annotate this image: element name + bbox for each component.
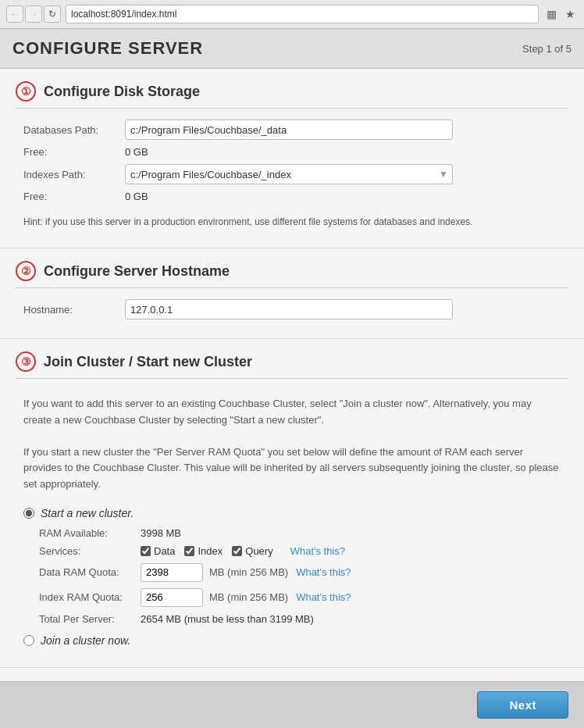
section-2-number: ② bbox=[16, 261, 36, 281]
index-ram-whats-this[interactable]: What's this? bbox=[296, 591, 351, 603]
data-ram-quota-input[interactable] bbox=[141, 563, 203, 582]
ram-available-value: 3998 MB bbox=[141, 527, 181, 539]
page-footer: Next bbox=[0, 681, 584, 728]
join-cluster-section: ③ Join Cluster / Start new Cluster If yo… bbox=[0, 339, 584, 668]
back-button[interactable]: ← bbox=[6, 5, 23, 23]
server-hostname-title: Configure Server Hostname bbox=[44, 263, 230, 280]
free-2-label: Free: bbox=[23, 191, 125, 202]
free-1-value: 0 GB bbox=[125, 146, 148, 158]
disk-storage-header: ① Configure Disk Storage bbox=[16, 81, 568, 109]
browser-nav[interactable]: ← → ↻ bbox=[6, 5, 61, 23]
data-ram-quota-label: Data RAM Quota: bbox=[39, 566, 141, 578]
index-ram-quota-label: Index RAM Quota: bbox=[39, 591, 141, 603]
hostname-row: Hostname: bbox=[16, 299, 568, 319]
services-label: Services: bbox=[39, 545, 141, 557]
index-service-item[interactable]: Index bbox=[184, 545, 223, 557]
indexes-path-wrapper: ▼ bbox=[125, 164, 453, 184]
total-per-server-value: 2654 MB (must be less than 3199 MB) bbox=[141, 613, 314, 625]
address-bar[interactable] bbox=[66, 5, 539, 23]
next-button[interactable]: Next bbox=[477, 691, 568, 719]
join-cluster-desc-1: If you want to add this server to an exi… bbox=[16, 390, 568, 435]
main-content: ① Configure Disk Storage Databases Path:… bbox=[0, 69, 584, 728]
free-2-row: Free: 0 GB bbox=[16, 191, 568, 202]
join-cluster-desc-2: If you start a new cluster the "Per Serv… bbox=[16, 438, 568, 499]
total-per-server-row: Total Per Server: 2654 MB (must be less … bbox=[39, 613, 568, 625]
data-ram-min-label: MB (min 256 MB) bbox=[209, 566, 288, 578]
page-header: CONFIGURE SERVER Step 1 of 5 bbox=[0, 29, 584, 69]
indexes-path-label: Indexes Path: bbox=[23, 169, 125, 180]
index-service-checkbox[interactable] bbox=[184, 546, 194, 556]
refresh-button[interactable]: ↻ bbox=[44, 5, 61, 23]
services-checkboxes: Data Index Query What's this? bbox=[141, 545, 345, 557]
start-new-cluster-radio[interactable] bbox=[23, 508, 34, 519]
server-hostname-section: ② Configure Server Hostname Hostname: bbox=[0, 248, 584, 339]
browser-icons: ▦ ★ bbox=[543, 6, 578, 22]
screenshot-icon[interactable]: ▦ bbox=[543, 6, 559, 22]
join-cluster-radio[interactable] bbox=[23, 635, 34, 646]
new-cluster-sub-form: RAM Available: 3998 MB Services: Data In… bbox=[16, 527, 568, 625]
free-1-row: Free: 0 GB bbox=[16, 146, 568, 158]
indexes-path-input[interactable] bbox=[125, 164, 453, 184]
data-service-label: Data bbox=[154, 545, 175, 557]
data-service-checkbox[interactable] bbox=[141, 546, 151, 556]
page-title: CONFIGURE SERVER bbox=[12, 38, 203, 59]
join-cluster-option[interactable]: Join a cluster now. bbox=[16, 634, 568, 647]
index-ram-quota-input[interactable] bbox=[141, 588, 203, 607]
indexes-path-row: Indexes Path: ▼ bbox=[16, 164, 568, 184]
forward-button[interactable]: → bbox=[25, 5, 42, 23]
hostname-label: Hostname: bbox=[23, 304, 125, 316]
databases-path-label: Databases Path: bbox=[23, 124, 125, 136]
databases-path-row: Databases Path: bbox=[16, 120, 568, 140]
data-service-item[interactable]: Data bbox=[141, 545, 175, 557]
join-cluster-label: Join a cluster now. bbox=[41, 634, 130, 647]
query-service-label: Query bbox=[245, 545, 272, 557]
bookmark-icon[interactable]: ★ bbox=[562, 6, 578, 22]
total-per-server-label: Total Per Server: bbox=[39, 613, 141, 625]
disk-storage-title: Configure Disk Storage bbox=[44, 84, 200, 100]
databases-path-input[interactable] bbox=[125, 120, 453, 140]
query-service-item[interactable]: Query bbox=[232, 545, 272, 557]
disk-storage-hint: Hint: if you use this server in a produc… bbox=[16, 209, 568, 235]
disk-storage-section: ① Configure Disk Storage Databases Path:… bbox=[0, 69, 584, 248]
hostname-input[interactable] bbox=[125, 299, 453, 319]
data-ram-quota-row: Data RAM Quota: MB (min 256 MB) What's t… bbox=[39, 563, 568, 582]
ram-available-label: RAM Available: bbox=[39, 527, 141, 539]
services-whats-this[interactable]: What's this? bbox=[290, 545, 345, 557]
index-ram-quota-row: Index RAM Quota: MB (min 256 MB) What's … bbox=[39, 588, 568, 607]
index-ram-min-label: MB (min 256 MB) bbox=[209, 591, 288, 603]
free-2-value: 0 GB bbox=[125, 191, 148, 202]
free-1-label: Free: bbox=[23, 146, 125, 158]
step-indicator: Step 1 of 5 bbox=[522, 43, 572, 55]
server-hostname-header: ② Configure Server Hostname bbox=[16, 261, 568, 288]
section-1-number: ① bbox=[16, 81, 36, 102]
join-cluster-header: ③ Join Cluster / Start new Cluster bbox=[16, 352, 568, 379]
data-ram-whats-this[interactable]: What's this? bbox=[296, 566, 351, 578]
start-new-cluster-label: Start a new cluster. bbox=[41, 507, 134, 519]
start-new-cluster-option[interactable]: Start a new cluster. bbox=[16, 507, 568, 519]
indexes-path-icon: ▼ bbox=[439, 169, 448, 180]
browser-chrome: ← → ↻ ▦ ★ bbox=[0, 0, 584, 29]
query-service-checkbox[interactable] bbox=[232, 546, 242, 556]
ram-available-row: RAM Available: 3998 MB bbox=[39, 527, 568, 539]
section-3-number: ③ bbox=[16, 352, 36, 372]
services-row: Services: Data Index Query What's this? bbox=[39, 545, 568, 557]
index-service-label: Index bbox=[198, 545, 223, 557]
join-cluster-title: Join Cluster / Start new Cluster bbox=[44, 354, 252, 370]
